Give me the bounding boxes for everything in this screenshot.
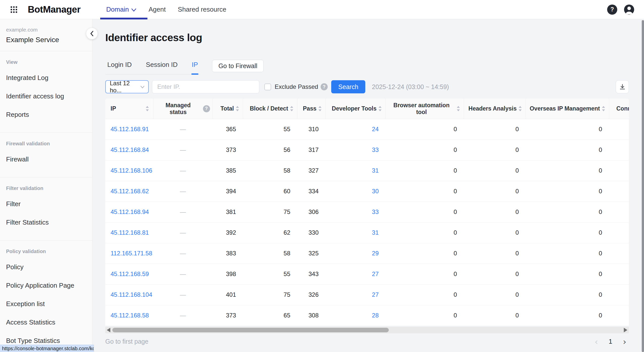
ip-link[interactable]: 45.112.168.91	[111, 126, 149, 132]
tab-ip[interactable]: IP	[191, 58, 199, 74]
managed-status-cell: —	[153, 160, 213, 181]
sidebar-item-reports[interactable]: Reports	[6, 105, 86, 124]
sort-icon[interactable]	[602, 105, 605, 112]
prev-page-button[interactable]: ‹	[595, 337, 598, 346]
column-label: Pass	[303, 105, 317, 112]
developer-tools-link[interactable]: 28	[372, 312, 379, 319]
nav-item-agent[interactable]: Agent	[142, 0, 172, 19]
sort-icon[interactable]	[236, 105, 239, 112]
ip-link[interactable]: 45.112.168.58	[111, 312, 149, 319]
pass-cell: 310	[297, 119, 325, 140]
sidebar-item-exception-list[interactable]: Exception list	[6, 295, 86, 313]
pagination-row: Go to first page ‹ 1 ›	[105, 337, 629, 346]
ip-search-input[interactable]	[152, 80, 259, 93]
ip-link[interactable]: 45.112.168.59	[111, 270, 149, 277]
exclude-passed-help-icon[interactable]: ?	[321, 83, 328, 90]
tab-session-id[interactable]: Session ID	[145, 58, 178, 74]
scroll-right-arrow-icon[interactable]	[624, 328, 627, 332]
help-icon[interactable]: ?	[203, 105, 210, 112]
sidebar-service-name[interactable]: Example Service	[6, 36, 86, 44]
sidebar-item-identifier-access-log[interactable]: Identifier access log	[6, 87, 86, 105]
sort-icon[interactable]	[378, 105, 382, 112]
browser-status-url: https://console-botmanager.stclab.com/ko	[0, 345, 94, 352]
sidebar-item-policy-application-page[interactable]: Policy Application Page	[6, 276, 86, 295]
nav-item-shared-resource[interactable]: Shared resource	[172, 0, 232, 19]
next-page-button[interactable]: ›	[623, 337, 626, 346]
main-content: Identifier access log Login IDSession ID…	[92, 19, 644, 352]
column-label: Block / Detect	[250, 105, 288, 112]
column-header-pass[interactable]: Pass	[297, 99, 325, 119]
nav-item-label: Domain	[106, 6, 129, 13]
sidebar-collapse-button[interactable]	[86, 28, 98, 39]
developer-tools-link[interactable]: 33	[372, 146, 379, 153]
access-log-table: IPManaged status?TotalBlock / DetectPass…	[105, 99, 629, 326]
sidebar-item-policy[interactable]: Policy	[6, 258, 86, 276]
go-to-first-page-link[interactable]: Go to first page	[105, 338, 148, 345]
sidebar-item-integrated-log[interactable]: Integrated Log	[6, 69, 86, 87]
developer-tools-link[interactable]: 27	[372, 291, 379, 298]
column-label: Developer Tools	[332, 105, 376, 112]
nav-item-domain[interactable]: Domain	[100, 0, 143, 19]
download-button[interactable]	[616, 80, 629, 93]
headers-analysis-cell: 0	[464, 264, 526, 284]
vertical-scrollbar[interactable]	[642, 20, 644, 352]
column-header-overseas-ip-management[interactable]: Overseas IP Management	[526, 99, 609, 119]
table-row: 45.112.168.84—3735631733000	[105, 140, 629, 160]
ip-link[interactable]: 45.112.168.106	[111, 167, 152, 174]
sort-icon[interactable]	[290, 105, 294, 112]
managed-status-cell: —	[153, 202, 213, 222]
ip-cell: 45.112.168.58	[105, 305, 153, 326]
sort-icon[interactable]	[145, 105, 149, 112]
sidebar-item-filter-statistics[interactable]: Filter Statistics	[6, 213, 86, 232]
ip-cell: 45.112.168.62	[105, 181, 153, 202]
column-header-browser-automation-tool[interactable]: Browser automation tool	[385, 99, 464, 119]
period-select[interactable]: Last 12 ho...	[105, 80, 149, 93]
developer-tools-link[interactable]: 33	[372, 208, 379, 215]
sidebar-item-firewall[interactable]: Firewall	[6, 150, 86, 169]
developer-tools-link[interactable]: 31	[372, 229, 379, 236]
ip-link[interactable]: 112.165.171.58	[111, 250, 152, 257]
sort-icon[interactable]	[456, 105, 460, 112]
developer-tools-link[interactable]: 24	[372, 126, 379, 132]
sort-icon[interactable]	[318, 105, 322, 112]
overseas-ip-cell: 0	[526, 181, 609, 202]
go-to-firewall-button[interactable]: Go to Firewall	[212, 60, 264, 72]
total-cell: 398	[213, 264, 243, 284]
managed-status-cell: —	[153, 222, 213, 243]
developer-tools-link[interactable]: 27	[372, 270, 379, 277]
sidebar-item-filter[interactable]: Filter	[6, 195, 86, 213]
scroll-left-arrow-icon[interactable]	[107, 328, 110, 332]
horizontal-scrollbar[interactable]	[105, 327, 629, 333]
browser-automation-cell: 0	[385, 305, 464, 326]
sort-icon[interactable]	[518, 105, 522, 112]
developer-tools-link[interactable]: 30	[372, 188, 379, 195]
sidebar-section-label: Policy validation	[6, 249, 86, 254]
exclude-passed-checkbox[interactable]	[264, 84, 271, 90]
overseas-ip-cell: 0	[526, 305, 609, 326]
sidebar-item-access-statistics[interactable]: Access Statistics	[6, 313, 86, 332]
table-header-row: IPManaged status?TotalBlock / DetectPass…	[105, 99, 629, 119]
column-header-headers-analysis[interactable]: Headers Analysis	[464, 99, 526, 119]
table-row: 45.112.168.106—3855832731000	[105, 160, 629, 181]
column-header-developer-tools[interactable]: Developer Tools	[325, 99, 385, 119]
column-header-block-detect[interactable]: Block / Detect	[243, 99, 297, 119]
help-icon[interactable]: ?	[607, 5, 617, 15]
sidebar-section-view: ViewIntegrated LogIdentifier access logR…	[0, 51, 92, 125]
ip-link[interactable]: 45.112.168.81	[111, 229, 149, 236]
search-button[interactable]: Search	[331, 80, 365, 93]
total-cell: 394	[213, 181, 243, 202]
column-header-total[interactable]: Total	[213, 99, 243, 119]
developer-tools-link[interactable]: 31	[372, 167, 379, 174]
ip-link[interactable]: 45.112.168.104	[111, 291, 152, 298]
developer-tools-link[interactable]: 29	[372, 250, 379, 257]
tab-login-id[interactable]: Login ID	[107, 58, 132, 74]
ip-link[interactable]: 45.112.168.62	[111, 188, 149, 195]
sidebar-section-label: Firewall validation	[6, 141, 86, 147]
ip-link[interactable]: 45.112.168.94	[111, 208, 149, 215]
ip-link[interactable]: 45.112.168.84	[111, 146, 149, 153]
horizontal-scrollbar-thumb[interactable]	[112, 328, 389, 332]
app-grid-icon[interactable]	[11, 6, 17, 13]
column-header-ip[interactable]: IP	[105, 99, 153, 119]
account-icon[interactable]	[624, 4, 634, 15]
column-label: Headers Analysis	[469, 105, 517, 112]
